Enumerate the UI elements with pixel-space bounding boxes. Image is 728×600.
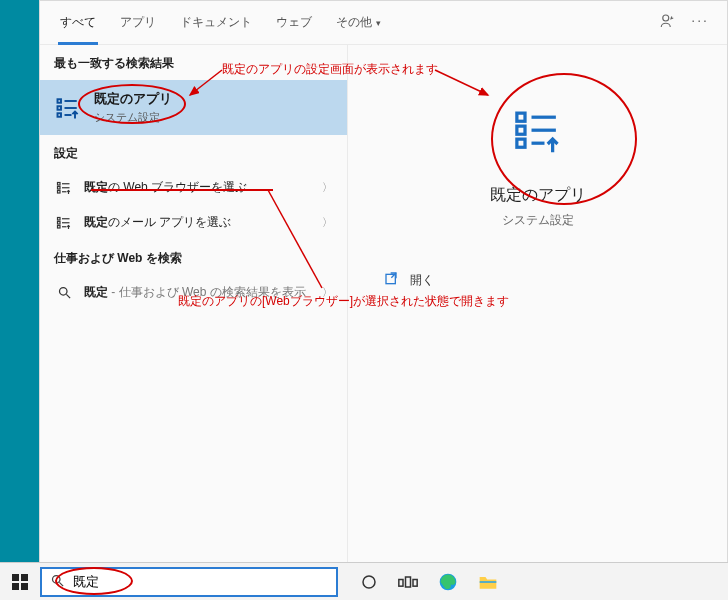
result-label: 既定のメール アプリを選ぶ — [74, 214, 322, 231]
best-match-item[interactable]: 既定のアプリ システム設定 — [40, 80, 347, 135]
svg-rect-11 — [58, 190, 61, 193]
svg-rect-3 — [58, 106, 62, 110]
svg-rect-1 — [58, 99, 62, 103]
task-view-icon[interactable] — [398, 574, 418, 590]
svg-rect-7 — [58, 182, 61, 185]
default-apps-icon — [54, 94, 82, 122]
more-icon[interactable]: ··· — [691, 12, 709, 33]
list-icon — [54, 180, 74, 196]
settings-header: 設定 — [40, 135, 347, 170]
svg-point-35 — [53, 575, 61, 583]
svg-rect-39 — [406, 577, 411, 587]
best-match-header: 最も一致する検索結果 — [40, 45, 347, 80]
tab-web[interactable]: ウェブ — [264, 1, 324, 45]
results-list: 最も一致する検索結果 既定のアプリ システム設定 設定 — [40, 45, 348, 564]
tab-apps[interactable]: アプリ — [108, 1, 168, 45]
search-web-header: 仕事および Web を検索 — [40, 240, 347, 275]
best-match-title: 既定のアプリ — [94, 90, 172, 108]
svg-rect-33 — [12, 583, 19, 590]
search-icon — [54, 285, 74, 300]
cortana-icon[interactable] — [360, 573, 378, 591]
start-button[interactable] — [0, 563, 40, 601]
svg-rect-21 — [516, 113, 524, 121]
open-action[interactable]: 開く — [384, 271, 727, 290]
svg-rect-31 — [12, 574, 19, 581]
taskbar-search-box[interactable] — [40, 567, 338, 597]
svg-rect-32 — [21, 574, 28, 581]
open-label: 開く — [410, 272, 434, 289]
chevron-right-icon: 〉 — [322, 285, 333, 300]
taskbar-search-input[interactable] — [73, 569, 328, 595]
svg-rect-34 — [21, 583, 28, 590]
svg-rect-13 — [58, 217, 61, 220]
svg-line-20 — [66, 294, 70, 298]
best-match-subtitle: システム設定 — [94, 110, 172, 125]
open-icon — [384, 271, 400, 290]
result-row-mail-app[interactable]: 既定のメール アプリを選ぶ 〉 — [40, 205, 347, 240]
svg-rect-23 — [516, 126, 524, 134]
svg-rect-9 — [58, 186, 61, 189]
result-label: 既定の Web ブラウザーを選ぶ — [74, 179, 322, 196]
default-apps-large-icon — [512, 105, 564, 161]
svg-point-0 — [663, 15, 669, 21]
taskbar — [0, 562, 728, 600]
svg-line-36 — [59, 582, 63, 586]
svg-rect-25 — [516, 139, 524, 147]
feedback-icon[interactable] — [659, 12, 677, 33]
svg-rect-38 — [399, 579, 403, 586]
chevron-right-icon: 〉 — [322, 180, 333, 195]
chevron-right-icon: 〉 — [322, 215, 333, 230]
tab-all[interactable]: すべて — [48, 1, 108, 45]
svg-rect-15 — [58, 221, 61, 224]
chevron-down-icon: ▾ — [376, 18, 381, 28]
tab-bar: すべて アプリ ドキュメント ウェブ その他▾ ··· — [40, 1, 727, 45]
edge-icon[interactable] — [438, 572, 458, 592]
svg-point-19 — [59, 288, 67, 296]
preview-subtitle: システム設定 — [348, 212, 727, 229]
tab-documents[interactable]: ドキュメント — [168, 1, 264, 45]
svg-rect-40 — [413, 579, 417, 586]
result-row-web-browser[interactable]: 既定の Web ブラウザーを選ぶ 〉 — [40, 170, 347, 205]
list-icon — [54, 215, 74, 231]
preview-pane: 既定のアプリ システム設定 開く — [348, 45, 727, 564]
svg-rect-5 — [58, 113, 62, 117]
search-panel: すべて アプリ ドキュメント ウェブ その他▾ ··· 最も一致する検索結果 — [39, 0, 728, 565]
svg-rect-42 — [480, 581, 497, 583]
search-icon — [50, 573, 65, 591]
result-row-web-search[interactable]: 既定 - 仕事および Web の検索結果を表示 〉 — [40, 275, 347, 310]
tab-more[interactable]: その他▾ — [324, 1, 393, 45]
svg-rect-17 — [58, 225, 61, 228]
preview-title: 既定のアプリ — [348, 185, 727, 206]
explorer-icon[interactable] — [478, 573, 498, 591]
result-label: 既定 - 仕事および Web の検索結果を表示 — [74, 284, 322, 301]
svg-point-37 — [363, 576, 375, 588]
